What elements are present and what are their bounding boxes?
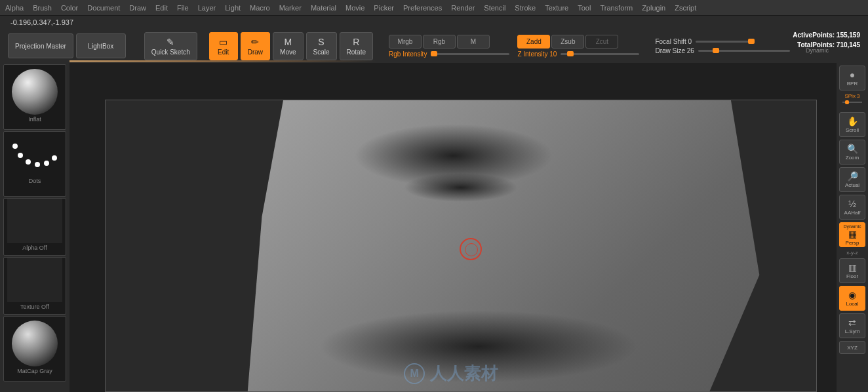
scale-icon: S	[318, 37, 324, 47]
active-points-value: 155,159	[837, 31, 860, 39]
material-thumb[interactable]: MatCap Gray	[3, 316, 66, 382]
xyz-button[interactable]: XYZ	[839, 341, 865, 354]
edit-button[interactable]: ▭ Edit	[209, 32, 238, 60]
scale-label: Scale	[313, 49, 330, 56]
texture-thumb[interactable]: Texture Off	[3, 257, 66, 315]
floor-button[interactable]: ▥Floor	[839, 258, 865, 283]
right-sidebar: ●BPR SPix 3 ✋Scroll 🔍Zoom 🔎Actual ½AAHal…	[837, 63, 868, 357]
menu-alpha[interactable]: Alpha	[5, 4, 24, 12]
alpha-thumb[interactable]: Alpha Off	[3, 198, 66, 256]
draw-icon: ✏	[251, 37, 259, 47]
menu-document[interactable]: Document	[87, 4, 120, 12]
watermark: M 人人素材	[404, 362, 498, 385]
menu-movie[interactable]: Movie	[345, 4, 365, 12]
viewport[interactable]: M 人人素材	[105, 100, 817, 392]
persp-label: Persp	[846, 240, 859, 246]
menu-color[interactable]: Color	[61, 4, 78, 12]
zoom-label: Zoom	[846, 155, 859, 161]
z-intensity-slider[interactable]	[561, 53, 639, 55]
menu-picker[interactable]: Picker	[374, 4, 394, 12]
lsym-button[interactable]: ⇄L.Sym	[839, 313, 865, 338]
bpr-button[interactable]: ●BPR	[839, 66, 865, 90]
total-points-value: 710,145	[837, 41, 860, 49]
move-button[interactable]: M Move	[273, 32, 303, 60]
zoom-button[interactable]: 🔍Zoom	[839, 140, 865, 165]
menu-render[interactable]: Render	[451, 4, 475, 12]
bpr-label: BPR	[847, 81, 858, 87]
zsub-button[interactable]: Zsub	[551, 35, 584, 49]
rotate-button[interactable]: R Rotate	[340, 32, 373, 60]
brush-thumb-inflat[interactable]: Inflat	[3, 64, 66, 130]
rgb-button[interactable]: Rgb	[423, 35, 456, 49]
m-button[interactable]: M	[457, 35, 490, 49]
quicksketch-label: Quick Sketch	[151, 49, 190, 56]
menu-transform[interactable]: Transform	[600, 4, 633, 12]
move-icon: M	[284, 37, 292, 47]
menu-draw[interactable]: Draw	[129, 4, 146, 12]
draw-label: Draw	[248, 49, 263, 56]
scale-button[interactable]: S Scale	[306, 32, 337, 60]
menu-stencil[interactable]: Stencil	[484, 4, 505, 12]
menu-light[interactable]: Light	[225, 4, 241, 12]
zcut-button[interactable]: Zcut	[585, 35, 618, 49]
menu-zplugin[interactable]: Zplugin	[642, 4, 665, 12]
stroke-thumb-dots[interactable]: Dots	[3, 131, 66, 197]
menu-texture[interactable]: Texture	[545, 4, 568, 12]
edit-icon: ▭	[219, 37, 227, 47]
main-toolbar: Projection Master LightBox ✎ Quick Sketc…	[0, 29, 868, 63]
menu-edit[interactable]: Edit	[155, 4, 168, 12]
local-button[interactable]: ◉Local	[839, 286, 865, 311]
stats-panel: ActivePoints: 155,159 TotalPoints: 710,1…	[793, 31, 860, 49]
persp-button[interactable]: Dynamic▦Persp	[839, 222, 865, 247]
z-intensity-label: Z Intensity 10	[517, 50, 557, 58]
edit-label: Edit	[218, 49, 229, 56]
lsym-label: L.Sym	[845, 328, 860, 334]
menu-bar: Alpha Brush Color Document Draw Edit Fil…	[0, 0, 868, 16]
menu-preferences[interactable]: Preferences	[403, 4, 442, 12]
rotate-icon: R	[353, 37, 359, 47]
focal-shift-slider[interactable]	[696, 41, 755, 43]
symmetry-icon: ⇄	[848, 317, 856, 328]
actual-label: Actual	[845, 182, 859, 188]
projection-master-button[interactable]: Projection Master	[8, 33, 73, 58]
menu-file[interactable]: File	[177, 4, 189, 12]
rgb-intensity-slider[interactable]	[431, 53, 509, 55]
grid-icon: ▦	[848, 229, 857, 239]
menu-zscript[interactable]: Zscript	[675, 4, 696, 12]
menu-marker[interactable]: Marker	[279, 4, 302, 12]
actual-button[interactable]: 🔎Actual	[839, 167, 865, 192]
menu-material[interactable]: Material	[311, 4, 336, 12]
dynamic-label: Dynamic	[806, 47, 829, 54]
sphere-icon	[12, 321, 58, 366]
zadd-button[interactable]: Zadd	[517, 35, 550, 49]
dots-icon	[7, 132, 62, 176]
menu-brush[interactable]: Brush	[33, 4, 52, 12]
menu-stroke[interactable]: Stroke	[515, 4, 536, 12]
empty-icon	[7, 258, 62, 302]
aahalf-button[interactable]: ½AAHalf	[839, 195, 865, 220]
empty-icon	[7, 199, 62, 243]
scroll-button[interactable]: ✋Scroll	[839, 112, 865, 137]
lightbox-button[interactable]: LightBox	[76, 33, 126, 58]
texture-off-label: Texture Off	[19, 302, 50, 311]
menu-tool[interactable]: Tool	[578, 4, 591, 12]
move-label: Move	[280, 49, 296, 56]
aahalf-icon: ½	[848, 199, 856, 209]
sphere-icon	[12, 69, 58, 115]
watermark-text: 人人素材	[430, 362, 498, 385]
menu-macro[interactable]: Macro	[250, 4, 270, 12]
dots-label: Dots	[28, 176, 43, 186]
hand-icon: ✋	[847, 116, 858, 127]
mrgb-button[interactable]: Mrgb	[389, 35, 422, 49]
actual-icon: 🔎	[847, 171, 858, 182]
active-points-label: ActivePoints:	[793, 31, 835, 39]
quicksketch-button[interactable]: ✎ Quick Sketch	[144, 32, 197, 60]
draw-size-slider[interactable]	[698, 50, 790, 52]
draw-size-label: Draw Size 26	[655, 47, 694, 54]
sphere-icon: ●	[850, 69, 855, 80]
aahalf-label: AAHalf	[844, 210, 861, 216]
menu-layer[interactable]: Layer	[198, 4, 216, 12]
pencil-icon: ✎	[167, 37, 174, 47]
canvas-area: M 人人素材	[69, 63, 837, 392]
draw-button[interactable]: ✏ Draw	[241, 32, 270, 60]
